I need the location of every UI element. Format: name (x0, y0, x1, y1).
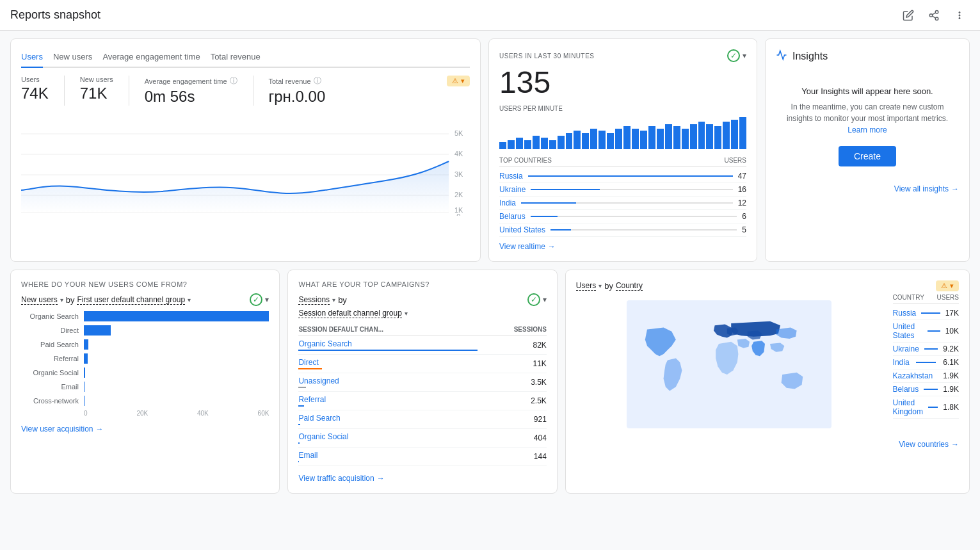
acquisition-bar-row: Referral (21, 353, 269, 364)
dropdown-arrow: ▾ (461, 77, 465, 85)
acquisition-check-dropdown[interactable]: ✓ ▾ (250, 293, 269, 306)
dimension-selector-label: First user default channel group (77, 295, 185, 305)
mini-bar (582, 133, 589, 149)
insights-learn-more-link[interactable]: Learn more (847, 125, 887, 134)
svg-text:1K: 1K (454, 207, 463, 213)
mini-bar (558, 136, 565, 149)
geo-country-table: COUNTRY USERS Russia 17K United States 1… (893, 294, 959, 419)
view-traffic-acquisition-link[interactable]: View traffic acquisition → (298, 474, 546, 483)
mini-bar (516, 138, 523, 149)
more-options-icon[interactable] (949, 5, 970, 26)
campaigns-check-dropdown[interactable]: ✓ ▾ (527, 293, 547, 306)
geo-country-name[interactable]: India (893, 358, 910, 367)
country-table-header: TOP COUNTRIES USERS (499, 157, 746, 167)
chevron-down-icon: ▾ (60, 296, 63, 303)
country-name[interactable]: India (499, 198, 516, 207)
view-realtime-link[interactable]: View realtime → (499, 242, 746, 251)
campaign-name[interactable]: Organic Search (298, 336, 478, 355)
country-name[interactable]: Russia (499, 172, 523, 181)
row1: Users New users Average engagement time … (10, 38, 970, 262)
hbar-bar-wrap (84, 368, 269, 378)
metrics-tabs: Users New users Average engagement time … (21, 49, 470, 68)
insights-headline: Your Insights will appear here soon. (786, 86, 949, 96)
realtime-header: USERS IN LAST 30 MINUTES ✓ ▾ (499, 49, 746, 62)
campaign-name[interactable]: Email (298, 448, 478, 466)
line-chart-svg: 5K 4K 3K 2K 1K 0 30 Apr 07 May 14 21 (21, 113, 470, 216)
chevron-down-icon: ▾ (332, 296, 335, 303)
channel-group-selector-button[interactable]: Session default channel group ▾ (298, 309, 407, 318)
geo-country-name[interactable]: United Kingdom (893, 398, 923, 416)
geo-warning-badge[interactable]: ⚠ ▾ (936, 280, 959, 291)
country-name[interactable]: United States (499, 225, 545, 234)
campaign-row: Organic Search 82K (298, 336, 546, 355)
channel-label: Direct (21, 327, 79, 334)
hbar-bar-wrap (84, 382, 269, 392)
share-icon[interactable] (924, 5, 944, 26)
campaigns-selector: Sessions ▾ by (298, 295, 346, 305)
acquisition-bar-row: Organic Search (21, 311, 269, 321)
sessions-selector-button[interactable]: Sessions ▾ (298, 295, 335, 305)
create-insights-button[interactable]: Create (839, 146, 896, 166)
status-ok-icon: ✓ (727, 49, 740, 62)
tab-avg-engagement[interactable]: Average engagement time (102, 49, 200, 68)
divider1 (64, 76, 65, 106)
campaign-value: 2.5K (478, 392, 547, 410)
avg-engagement-metric: Average engagement time ⓘ 0m 56s (145, 76, 237, 106)
campaign-value: 404 (478, 429, 547, 448)
warning-badge[interactable]: ⚠ ▾ (447, 76, 470, 86)
view-all-insights-link[interactable]: View all insights → (776, 184, 959, 193)
campaign-bar (298, 461, 299, 462)
country-bar (521, 202, 576, 204)
mini-bar (590, 129, 597, 149)
mini-bar (632, 129, 639, 149)
view-countries-link[interactable]: View countries → (576, 440, 959, 449)
total-revenue-info-icon[interactable]: ⓘ (314, 76, 321, 86)
geo-country-name[interactable]: Belarus (893, 385, 919, 394)
geo-country-row: Ukraine 9.2K (893, 343, 959, 356)
geo-country-name[interactable]: Ukraine (893, 344, 919, 353)
country-name[interactable]: Ukraine (499, 185, 526, 194)
mini-bar (607, 133, 614, 149)
mini-bar (574, 131, 581, 149)
metric-selector-button[interactable]: New users ▾ (21, 295, 63, 305)
campaign-name[interactable]: Unassigned (298, 373, 478, 392)
geo-country-name[interactable]: Russia (893, 309, 917, 318)
realtime-country-row: Belarus 6 (499, 210, 746, 223)
insights-subtext: In the meantime, you can create new cust… (786, 101, 949, 136)
users-metric: Users 74K (21, 76, 49, 102)
total-revenue-value: грн.0.00 (269, 88, 326, 106)
hbar-bar (84, 353, 88, 364)
country-selector-button[interactable]: Country (616, 281, 643, 291)
campaign-name[interactable]: Direct (298, 355, 478, 373)
users-geo-selector-button[interactable]: Users ▾ (576, 281, 602, 291)
geo-country-name[interactable]: United States (893, 322, 922, 340)
arrow-right-icon: → (951, 184, 959, 193)
campaign-name[interactable]: Organic Social (298, 429, 478, 448)
geo-check-dropdown[interactable]: ⚠ ▾ (936, 280, 959, 291)
tab-new-users[interactable]: New users (53, 49, 92, 68)
realtime-check-dropdown[interactable]: ✓ ▾ (727, 49, 746, 62)
view-user-acquisition-link[interactable]: View user acquisition → (21, 425, 269, 433)
mini-bar (657, 129, 664, 149)
metric-selector-label: New users (21, 295, 58, 305)
dimension-selector-button[interactable]: First user default channel group ▾ (77, 295, 191, 305)
channel-label: Organic Search (21, 312, 79, 320)
geo-country-name[interactable]: Kazakhstan (893, 371, 933, 380)
tab-users[interactable]: Users (21, 49, 43, 68)
header: Reports snapshot (0, 0, 980, 31)
campaign-bar (298, 424, 300, 425)
country-name[interactable]: Belarus (499, 212, 526, 221)
channel-label: Email (21, 383, 79, 391)
tab-total-revenue[interactable]: Total revenue (211, 49, 261, 68)
mini-bar (723, 122, 730, 149)
campaign-name[interactable]: Paid Search (298, 410, 478, 429)
campaign-name[interactable]: Referral (298, 392, 478, 410)
geo-country-row: United Kingdom 1.8K (893, 396, 959, 419)
new-users-metric: New users 71K (80, 76, 113, 102)
geo-country-value: 1.8K (943, 403, 959, 412)
acquisition-bar-row: Organic Social (21, 368, 269, 378)
avg-engagement-info-icon[interactable]: ⓘ (230, 76, 237, 86)
geo-country-bar (921, 312, 940, 314)
mini-bar (524, 140, 531, 149)
edit-icon[interactable] (898, 5, 919, 26)
